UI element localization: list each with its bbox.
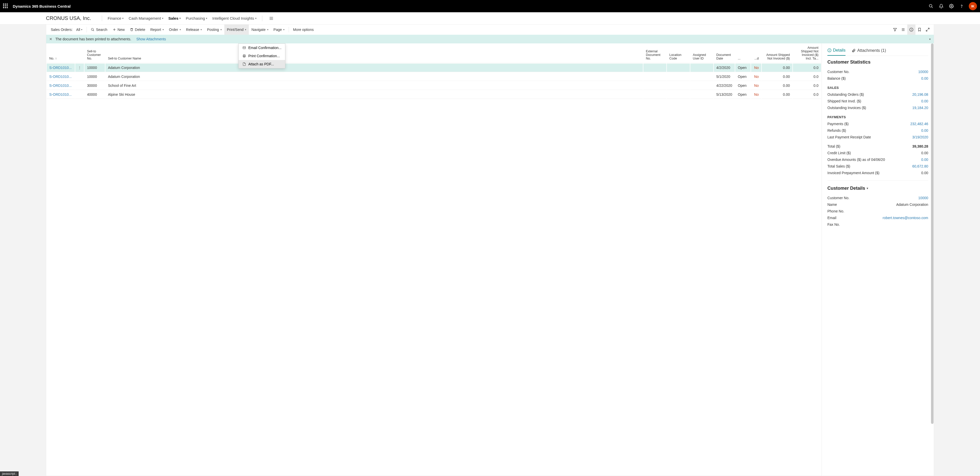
- print-send-menu: Email Confirmation... Print Confirmation…: [239, 43, 285, 69]
- row-menu-icon[interactable]: [75, 72, 84, 81]
- search-icon[interactable]: [926, 0, 936, 12]
- credit-limit-value: 0.00: [921, 151, 928, 155]
- menu-print-confirmation[interactable]: Print Confirmation...: [239, 52, 285, 60]
- table-row[interactable]: S-ORD1010...40000Alpine Ski House5/13/20…: [47, 90, 821, 99]
- cell-status: Open: [735, 90, 751, 99]
- customer-no-link[interactable]: 10000: [918, 70, 928, 74]
- col-no[interactable]: No. ↑: [47, 44, 75, 63]
- last-payment-date-link[interactable]: 3/19/2020: [912, 135, 928, 139]
- delete-button[interactable]: Delete: [127, 24, 148, 35]
- table-row[interactable]: S-ORD1010...30000School of Fine Art4/22/…: [47, 81, 821, 90]
- filter-pane-icon[interactable]: [891, 24, 899, 35]
- nav-cash-management[interactable]: Cash Management▾: [126, 16, 166, 21]
- report-button[interactable]: Report▾: [148, 24, 166, 35]
- list-view-icon[interactable]: [899, 24, 907, 35]
- chevron-down-icon: ▾: [283, 28, 285, 31]
- main-nav: CRONUS USA, Inc. Finance▾ Cash Managemen…: [0, 12, 980, 24]
- customer-details-heading[interactable]: Customer Details▾: [827, 186, 928, 191]
- menu-attach-pdf[interactable]: Attach as PDF...: [239, 60, 285, 68]
- user-avatar[interactable]: IK: [969, 2, 977, 10]
- tab-details[interactable]: Details: [827, 48, 845, 56]
- col-doc-date[interactable]: Document Date: [714, 44, 735, 63]
- table-row[interactable]: S-ORD1010...⋮10000Adatum Corporation4/2/…: [47, 64, 821, 72]
- col-sell-to-no[interactable]: Sell-to Customer No.: [84, 44, 105, 63]
- cd-customer-no-link[interactable]: 10000: [918, 196, 928, 200]
- chevron-down-icon[interactable]: ▾: [929, 38, 931, 41]
- view-filter[interactable]: All▾: [74, 27, 85, 32]
- chevron-down-icon: ▾: [180, 28, 181, 31]
- row-menu-icon[interactable]: ⋮: [75, 64, 84, 72]
- print-send-button[interactable]: Print/Send▾: [224, 24, 249, 35]
- cell-amt-shipped: 0.00: [762, 64, 792, 72]
- col-status[interactable]: ...: [735, 44, 751, 63]
- cell-date: 5/1/2020: [714, 72, 735, 81]
- order-no-link[interactable]: S-ORD1010...: [49, 65, 72, 70]
- close-icon[interactable]: ✕: [49, 37, 56, 41]
- menu-email-confirmation[interactable]: Email Confirmation...: [239, 44, 285, 52]
- order-no-link[interactable]: S-ORD1010...: [49, 93, 72, 96]
- search-button[interactable]: Search: [88, 24, 110, 35]
- chevron-down-icon: ▾: [867, 187, 868, 190]
- more-options-button[interactable]: More options: [290, 24, 316, 35]
- notifications-icon[interactable]: [936, 0, 946, 12]
- col-sell-to-name[interactable]: Sell-to Customer Name: [105, 44, 643, 63]
- outstanding-orders-link[interactable]: 20,196.08: [912, 93, 928, 96]
- cell-cust-no: 30000: [84, 81, 105, 90]
- notification-message: The document has been printed to attachm…: [56, 37, 131, 41]
- cell-cust-name: School of Fine Art: [105, 81, 643, 90]
- scrollbar-thumb[interactable]: [931, 43, 934, 424]
- table-row[interactable]: S-ORD1010...10000Adatum Corporation5/1/2…: [47, 72, 821, 81]
- prepayment-value: 0.00: [921, 171, 928, 175]
- cell-completely: No: [751, 64, 761, 72]
- col-amt-shipped[interactable]: Amount Shipped Not Invoiced ($): [762, 44, 792, 63]
- balance-link[interactable]: 0.00: [921, 77, 928, 80]
- row-menu-icon[interactable]: [75, 90, 84, 99]
- outstanding-invoices-link[interactable]: 19,184.20: [912, 106, 928, 110]
- bookmark-icon[interactable]: [915, 24, 924, 35]
- chevron-down-icon: ▾: [267, 28, 269, 31]
- shipped-not-invd-link[interactable]: 0.00: [921, 99, 928, 103]
- nav-cloud-insights[interactable]: Intelligent Cloud Insights▾: [210, 16, 259, 21]
- navigate-button[interactable]: Navigate▾: [249, 24, 271, 35]
- factbox-toggle-icon[interactable]: [907, 24, 915, 35]
- show-attachments-link[interactable]: Show Attachments: [136, 37, 166, 41]
- overdue-link[interactable]: 0.00: [921, 158, 928, 161]
- order-button[interactable]: Order▾: [166, 24, 183, 35]
- app-launcher-icon[interactable]: [3, 3, 8, 9]
- page-button[interactable]: Page▾: [271, 24, 287, 35]
- company-name[interactable]: CRONUS USA, Inc.: [46, 15, 91, 21]
- col-completely[interactable]: ...d: [751, 44, 761, 63]
- customer-statistics-heading: Customer Statistics: [827, 59, 928, 65]
- refunds-link[interactable]: 0.00: [921, 128, 928, 133]
- col-ext-doc[interactable]: External Document No.: [643, 44, 667, 63]
- global-topbar: Dynamics 365 Business Central IK: [0, 0, 980, 12]
- chevron-down-icon: ▾: [122, 17, 124, 20]
- order-no-link[interactable]: S-ORD1010...: [49, 83, 72, 88]
- posting-button[interactable]: Posting▾: [204, 24, 224, 35]
- col-user[interactable]: Assigned User ID: [690, 44, 713, 63]
- help-icon[interactable]: [956, 0, 967, 12]
- chevron-down-icon: ▾: [81, 28, 83, 31]
- nav-sales[interactable]: Sales▾: [166, 16, 183, 21]
- cell-amt-shipped: 0.00: [762, 90, 792, 99]
- col-location[interactable]: Location Code: [667, 44, 690, 63]
- new-button[interactable]: New: [110, 24, 127, 35]
- row-menu-icon[interactable]: [75, 81, 84, 90]
- nav-more-icon[interactable]: [269, 16, 274, 21]
- col-amt-shipped-incl[interactable]: Amount Shipped Not Invoiced ($) Incl. Ta…: [793, 44, 821, 63]
- total-sales-link[interactable]: 60,672.80: [912, 164, 928, 168]
- nav-finance[interactable]: Finance▾: [105, 16, 126, 21]
- cd-email-link[interactable]: robert.townes@contoso.com: [883, 216, 928, 220]
- factbox-pane: Details Attachments (1) Customer Statist…: [821, 43, 934, 476]
- chevron-down-icon: ▾: [255, 17, 256, 20]
- nav-purchasing[interactable]: Purchasing▾: [183, 16, 210, 21]
- release-button[interactable]: Release▾: [183, 24, 204, 35]
- svg-line-1: [932, 6, 933, 8]
- settings-icon[interactable]: [946, 0, 956, 12]
- tab-attachments[interactable]: Attachments (1): [852, 48, 886, 56]
- payments-link[interactable]: 232,482.46: [910, 122, 928, 126]
- order-no-link[interactable]: S-ORD1010...: [49, 75, 72, 79]
- nav-separator: [262, 16, 262, 21]
- print-icon: [242, 54, 246, 58]
- expand-icon[interactable]: [924, 24, 932, 35]
